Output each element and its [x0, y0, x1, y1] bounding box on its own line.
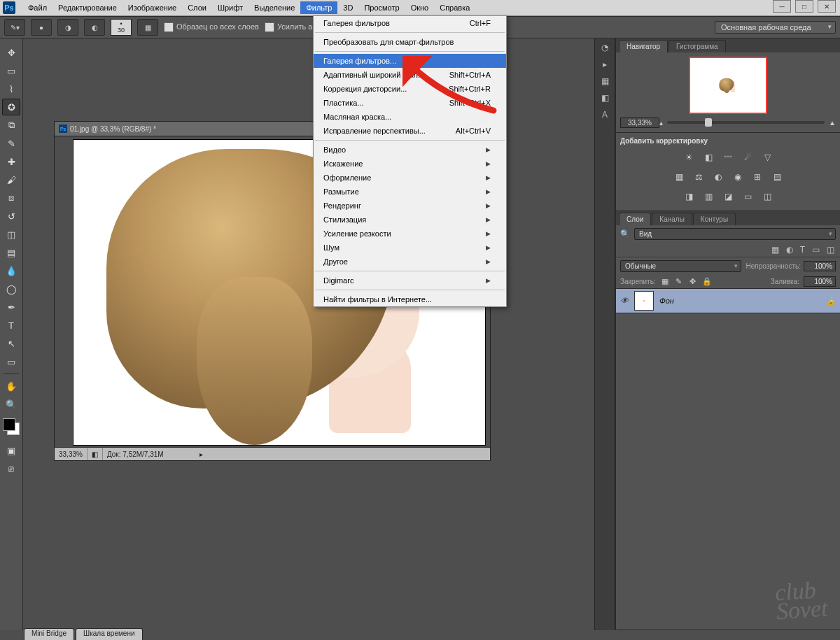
menu-item[interactable]: Размытие▶	[314, 185, 506, 199]
marquee-tool[interactable]: ▭	[2, 62, 20, 79]
menu-item[interactable]: Видео▶	[314, 143, 506, 157]
menu-изображение[interactable]: Изображение	[122, 1, 182, 14]
tab-paths[interactable]: Контуры	[693, 213, 736, 225]
menu-item[interactable]: Коррекция дисторсии...Shift+Ctrl+R	[314, 82, 506, 96]
menu-item[interactable]: Преобразовать для смарт-фильтров	[314, 35, 506, 49]
zoom-in-icon[interactable]: ▲	[829, 119, 836, 127]
posterize-icon[interactable]: ▥	[701, 191, 715, 202]
eraser-tool[interactable]: ◫	[2, 226, 20, 243]
channel-mixer-icon[interactable]: ⊞	[750, 171, 764, 183]
menu-item[interactable]: Другое▶	[314, 255, 506, 269]
workspace-selector[interactable]: Основная рабочая среда	[715, 21, 836, 34]
filter-pixel-icon[interactable]: ▦	[771, 245, 779, 255]
menu-шрифт[interactable]: Шрифт	[212, 1, 248, 14]
crop-tool[interactable]: ⧉	[2, 117, 20, 134]
photo-filter-icon[interactable]: ◉	[731, 171, 745, 183]
doc-size-arrow-icon[interactable]: ▸	[195, 448, 207, 460]
swatches-panel-icon[interactable]: ▦	[601, 76, 609, 86]
levels-icon[interactable]: ◧	[701, 152, 715, 163]
layer-filter-kind[interactable]: Вид	[634, 228, 836, 240]
threshold-icon[interactable]: ◪	[721, 191, 735, 202]
menu-item[interactable]: Пластика...Shift+Ctrl+X	[314, 96, 506, 110]
menu-слои[interactable]: Слои	[182, 1, 212, 14]
brush-settings-icon[interactable]: ◑	[57, 19, 78, 36]
doc-size-readout[interactable]: Док: 7,52M/7,31M	[103, 448, 195, 460]
quick-mask-toggle[interactable]: ▣	[2, 442, 20, 459]
menu-item[interactable]: Адаптивный широкий угол...Shift+Ctrl+A	[314, 68, 506, 82]
type-tool[interactable]: T	[2, 317, 20, 334]
opacity-value[interactable]: 100%	[804, 261, 836, 271]
menu-item[interactable]: Шум▶	[314, 241, 506, 255]
color-balance-icon[interactable]: ⚖	[692, 171, 706, 183]
blend-mode-select[interactable]: Обычные	[620, 260, 741, 272]
lock-position-icon[interactable]: ✎	[674, 277, 684, 287]
styles-panel-icon[interactable]: ◧	[601, 93, 609, 103]
move-tool[interactable]: ✥	[2, 44, 20, 61]
menu-3d[interactable]: 3D	[337, 1, 358, 14]
vibrance-icon[interactable]: ▽	[760, 152, 774, 163]
brush-tip-icon[interactable]: ●	[31, 19, 52, 36]
minimize-button[interactable]: ─	[773, 0, 791, 13]
gradient-tool[interactable]: ▤	[2, 244, 20, 261]
menu-окно[interactable]: Окно	[405, 1, 435, 14]
navigator-thumbnail[interactable]	[689, 57, 767, 114]
gradient-map-icon[interactable]: ▭	[741, 191, 755, 202]
zoom-tool[interactable]: 🔍	[2, 396, 20, 413]
filter-adjust-icon[interactable]: ◐	[786, 245, 793, 255]
navigator-zoom-slider[interactable]	[667, 121, 825, 124]
exposure-icon[interactable]: ☄	[741, 152, 755, 163]
sample-all-layers-checkbox[interactable]: Образец со всех слоев	[164, 22, 259, 32]
menu-item[interactable]: Усиление резкости▶	[314, 227, 506, 241]
color-lookup-icon[interactable]: ▤	[770, 171, 784, 183]
tab-layers[interactable]: Слои	[619, 213, 651, 225]
history-brush-tool[interactable]: ↺	[2, 208, 20, 225]
menu-справка[interactable]: Справка	[434, 1, 475, 14]
lasso-tool[interactable]: ⌇	[2, 80, 20, 97]
history-panel-icon[interactable]: ◔	[601, 43, 608, 52]
zoom-readout[interactable]: 33,33%	[55, 448, 88, 460]
invert-icon[interactable]: ◨	[682, 191, 696, 202]
menu-просмотр[interactable]: Просмотр	[358, 1, 405, 14]
menu-редактирование[interactable]: Редактирование	[52, 1, 122, 14]
pen-tool[interactable]: ✒	[2, 299, 20, 315]
filter-shape-icon[interactable]: ▭	[812, 245, 820, 255]
menu-item[interactable]: Рендеринг▶	[314, 199, 506, 213]
foreground-color[interactable]	[3, 418, 15, 431]
curves-icon[interactable]: 〰	[721, 152, 735, 163]
visibility-toggle-icon[interactable]: 👁	[620, 296, 629, 306]
tab-histogram[interactable]: Гистограмма	[668, 40, 726, 52]
eyedropper-tool[interactable]: ✎	[2, 135, 20, 152]
filter-smart-icon[interactable]: ◫	[827, 245, 834, 255]
quick-selection-tool[interactable]: ✪	[2, 99, 20, 115]
hue-sat-icon[interactable]: ▦	[672, 171, 686, 183]
dodge-tool[interactable]: ◯	[2, 280, 20, 297]
character-panel-icon[interactable]: A	[602, 110, 608, 120]
menu-item[interactable]: Найти фильтры в Интернете...	[314, 292, 506, 306]
lock-pixels-icon[interactable]: ▦	[660, 277, 670, 287]
actions-panel-icon[interactable]: ▸	[603, 59, 607, 69]
healing-brush-tool[interactable]: ✚	[2, 153, 20, 170]
hand-tool[interactable]: ✋	[2, 378, 20, 394]
filter-type-icon[interactable]: T	[800, 245, 805, 255]
tab-channels[interactable]: Каналы	[652, 213, 692, 225]
brush-tool[interactable]: 🖌	[2, 171, 20, 188]
path-selection-tool[interactable]: ↖	[2, 335, 20, 352]
blur-tool[interactable]: 💧	[2, 262, 20, 279]
shape-tool[interactable]: ▭	[2, 353, 20, 370]
menu-фильтр[interactable]: Фильтр	[300, 1, 337, 14]
layer-thumbnail[interactable]	[634, 291, 654, 311]
layer-row-background[interactable]: 👁 Фон 🔒	[616, 288, 840, 313]
selective-color-icon[interactable]: ◫	[760, 191, 774, 202]
brightness-icon[interactable]: ☀	[682, 152, 696, 163]
tab-timeline[interactable]: Шкала времени	[76, 628, 142, 640]
menu-выделение[interactable]: Выделение	[248, 1, 300, 14]
layer-filter-search-icon[interactable]: 🔍	[620, 229, 630, 239]
status-channel-icon[interactable]: ◧	[88, 448, 103, 460]
menu-item[interactable]: Галерея фильтровCtrl+F	[314, 16, 506, 30]
screen-mode-toggle[interactable]: ⎚	[2, 460, 20, 477]
lock-move-icon[interactable]: ✥	[688, 277, 698, 287]
lock-all-icon[interactable]: 🔒	[702, 277, 712, 287]
menu-item[interactable]: Искажение▶	[314, 157, 506, 171]
menu-item[interactable]: Стилизация▶	[314, 213, 506, 227]
bw-icon[interactable]: ◐	[711, 171, 725, 183]
